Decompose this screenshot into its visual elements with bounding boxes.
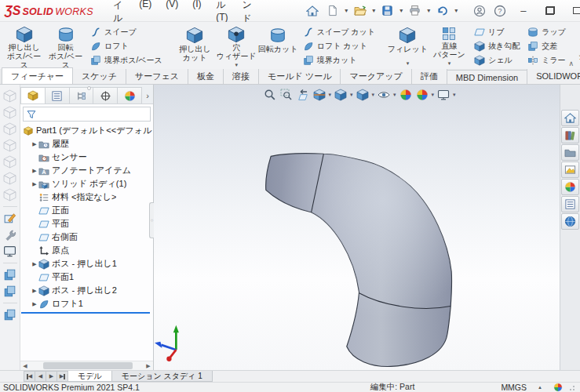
property-manager-tab[interactable] xyxy=(45,87,70,103)
boundary-boss-button[interactable]: 境界ボス/ベース xyxy=(88,53,165,67)
custom-properties-button[interactable] xyxy=(561,196,579,212)
section-view-dropdown[interactable]: ▾ xyxy=(328,92,333,98)
zoom-area-button[interactable] xyxy=(279,87,294,103)
hole-wizard-dropdown[interactable]: ▾ xyxy=(235,60,238,71)
scrollbar-track[interactable] xyxy=(30,361,144,370)
file-explorer-button[interactable] xyxy=(561,144,579,161)
tab-mold-tools[interactable]: モールド ツール xyxy=(258,67,341,84)
help-button[interactable] xyxy=(490,2,510,20)
home-button[interactable] xyxy=(302,2,323,20)
hide-show-items-button[interactable] xyxy=(376,87,392,103)
boundary-cut-button[interactable]: 境界カット xyxy=(301,53,378,67)
expand-arrow-icon[interactable]: ▶ xyxy=(31,301,38,307)
tab-surfaces[interactable]: サーフェス xyxy=(126,67,188,84)
first-tab-button[interactable]: ◀ xyxy=(24,371,35,382)
units-value[interactable]: MMGS xyxy=(501,383,527,392)
extruded-cut-button[interactable]: 押し出し カット xyxy=(174,23,216,69)
solidworks-resources-button[interactable] xyxy=(561,110,579,126)
tree-root-item[interactable]: Part1 (デフォルト<<デフォルト>_表示状態 1> xyxy=(20,124,153,137)
save-dropdown[interactable]: ▾ xyxy=(398,7,405,14)
rib-button[interactable]: リブ xyxy=(472,25,522,38)
tree-item-material[interactable]: 材料 <指定なし> xyxy=(20,191,153,204)
apply-scene-dropdown[interactable]: ▾ xyxy=(431,92,436,98)
restore-button[interactable] xyxy=(537,0,564,22)
display-monitor-icon[interactable] xyxy=(2,244,19,259)
model-tab[interactable]: モデル xyxy=(67,371,112,382)
view-cube-ghost-icon[interactable] xyxy=(2,154,19,169)
tree-item-origin[interactable]: 原点 xyxy=(20,244,153,257)
appearances-button[interactable] xyxy=(561,179,579,195)
resize-grip[interactable] xyxy=(569,383,577,391)
tab-features[interactable]: フィーチャー xyxy=(2,67,73,84)
undo-button[interactable] xyxy=(432,2,453,20)
window-stack-icon[interactable] xyxy=(2,267,19,282)
tree-item-boss-extrude1[interactable]: ▶ ボス - 押し出し1 xyxy=(20,257,153,270)
solidworks-forum-button[interactable] xyxy=(561,213,579,230)
revolved-cut-button[interactable]: 回転カット xyxy=(257,23,299,69)
tab-evaluate[interactable]: 評価 xyxy=(411,67,447,84)
tab-sketch[interactable]: スケッチ xyxy=(72,67,126,84)
display-style-button[interactable] xyxy=(355,87,370,103)
extruded-boss-button[interactable]: 押し出し ボス/ベース xyxy=(3,23,45,69)
scrollbar-thumb[interactable] xyxy=(43,362,132,369)
window-stack-icon[interactable] xyxy=(2,307,19,322)
loft-model-body[interactable] xyxy=(266,154,452,367)
display-style-dropdown[interactable]: ▾ xyxy=(371,92,376,98)
previous-view-button[interactable] xyxy=(295,87,311,103)
swept-cut-button[interactable]: スイープ カット xyxy=(301,25,378,38)
tree-item-annotations[interactable]: ▶ A アノテートアイテム xyxy=(20,164,153,177)
tree-filter-input[interactable] xyxy=(39,110,148,118)
swept-boss-button[interactable]: スイープ xyxy=(88,25,165,38)
view-orientation-button[interactable] xyxy=(333,87,348,103)
panel-splitter-dot[interactable] xyxy=(87,86,91,90)
tree-item-loft1[interactable]: ▶ ロフト1 xyxy=(20,297,153,310)
expand-arrow-icon[interactable]: ▶ xyxy=(31,288,38,294)
minimize-button[interactable]: – xyxy=(510,0,537,22)
view-cube-ghost-icon[interactable] xyxy=(2,171,19,186)
tree-horizontal-scrollbar[interactable]: ◀ ▶ xyxy=(20,361,153,370)
window-stack-icon[interactable] xyxy=(2,284,19,299)
tab-markup[interactable]: マークアップ xyxy=(340,67,411,84)
user-account-button[interactable] xyxy=(469,2,490,20)
apply-scene-button[interactable] xyxy=(414,87,430,103)
rollback-bar[interactable] xyxy=(21,312,150,314)
fillet-dropdown[interactable]: ▾ xyxy=(407,59,410,69)
units-caret-icon[interactable]: ▲ xyxy=(538,385,542,390)
expand-arrow-icon[interactable]: ▶ xyxy=(31,168,38,174)
tab-solidworks-addins[interactable]: SOLIDWORKS アドイン xyxy=(527,67,580,84)
tree-item-boss-extrude2[interactable]: ▶ ボス - 押し出し2 xyxy=(20,284,153,297)
shell-button[interactable]: シェル xyxy=(472,53,522,67)
expand-arrow-icon[interactable]: ▶ xyxy=(31,141,38,147)
tab-mbd-dimension[interactable]: MBD Dimension xyxy=(447,70,527,84)
print-button[interactable] xyxy=(405,2,425,20)
edit-feature-wrench-icon[interactable] xyxy=(2,227,19,242)
tree-item-front-plane[interactable]: 正面 xyxy=(20,204,153,217)
hide-show-items-dropdown[interactable]: ▾ xyxy=(392,92,397,98)
tree-item-right-plane[interactable]: 右側面 xyxy=(20,230,153,244)
feature-manager-tab[interactable] xyxy=(20,87,46,103)
draft-button[interactable]: 抜き勾配 xyxy=(472,39,522,53)
tab-sheet-metal[interactable]: 板金 xyxy=(188,67,224,84)
view-settings-dropdown[interactable]: ▾ xyxy=(452,92,457,98)
view-settings-button[interactable] xyxy=(436,87,451,103)
expand-arrow-icon[interactable]: ▶ xyxy=(31,181,38,187)
display-manager-tab[interactable] xyxy=(117,87,142,103)
scroll-right-arrow-icon[interactable]: ▶ xyxy=(144,363,153,369)
tree-item-sensors[interactable]: センサー xyxy=(20,151,153,164)
prev-tab-button[interactable]: ◀ xyxy=(35,371,46,382)
edit-sketch-icon[interactable] xyxy=(2,211,19,226)
scroll-left-arrow-icon[interactable]: ◀ xyxy=(20,363,30,369)
design-library-button[interactable] xyxy=(561,127,579,143)
hole-wizard-button[interactable]: 穴 ウィザード ▾ xyxy=(216,23,257,69)
view-cube-ghost-icon[interactable] xyxy=(2,89,19,103)
tree-item-history[interactable]: ▶ 履歴 xyxy=(20,137,153,151)
graphics-viewport[interactable]: ▾ ▾ ▾ ▾ ▾ ▾ xyxy=(154,85,580,370)
expand-arrow-icon[interactable]: ▶ xyxy=(31,261,38,267)
view-cube-ghost-icon[interactable] xyxy=(2,122,19,136)
linear-pattern-dropdown[interactable]: ▾ xyxy=(448,59,451,69)
open-button[interactable] xyxy=(350,2,370,20)
dimxpert-manager-tab[interactable] xyxy=(93,87,118,103)
tree-item-solid-bodies[interactable]: ▶ ソリッド ボディ(1) xyxy=(20,177,153,191)
mirror-button[interactable]: ミラー xyxy=(525,53,568,67)
next-tab-button[interactable]: ▶ xyxy=(46,371,57,382)
